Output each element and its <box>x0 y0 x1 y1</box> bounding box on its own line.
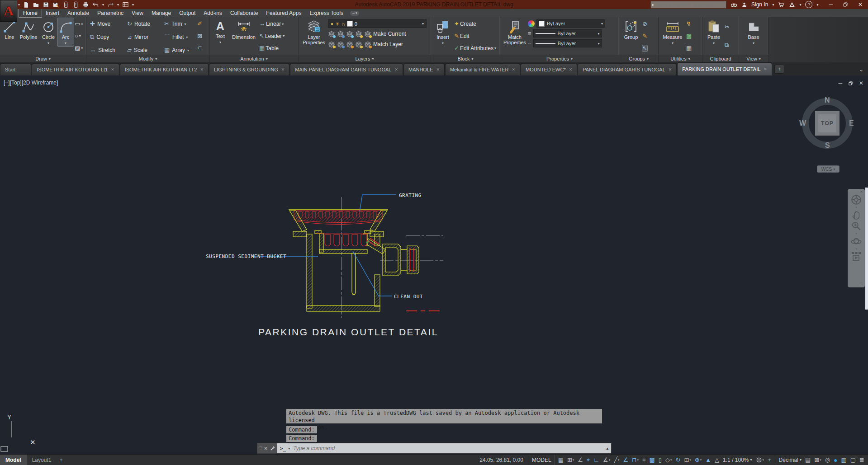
layer-unlock-all-icon[interactable] <box>355 41 362 48</box>
layer-isolate-icon[interactable] <box>328 31 335 38</box>
close-tab-icon[interactable]: ✕ <box>281 67 285 72</box>
recent-commands-caret-icon[interactable]: ▾ <box>288 446 290 451</box>
new-drawing-button[interactable]: + <box>774 65 784 74</box>
help-icon[interactable]: ? <box>805 1 812 8</box>
save-icon[interactable] <box>43 1 49 8</box>
mirror-tool[interactable]: ⊿Mirror <box>125 33 162 42</box>
ellipse-tool[interactable]: ○▾ <box>75 33 83 39</box>
group-edit-tool[interactable]: ✎ <box>642 33 647 39</box>
viewcube-west[interactable]: W <box>799 119 806 127</box>
copy-clip-tool[interactable]: ⧉ <box>725 42 730 48</box>
panel-label-draw[interactable]: Draw▾ <box>0 55 86 62</box>
paste-tool[interactable]: Paste▾ <box>704 18 724 46</box>
redo-icon[interactable] <box>107 1 114 8</box>
tab-output[interactable]: Output <box>175 9 199 17</box>
scale-tool[interactable]: ▱Scale <box>125 46 162 55</box>
osnap-3d-toggle[interactable]: ◇▾ <box>665 456 672 463</box>
layer-thaw-all-icon[interactable] <box>337 41 344 48</box>
sign-in-caret-icon[interactable]: ▾ <box>772 3 774 7</box>
ortho-toggle[interactable]: ∟ <box>593 456 599 463</box>
close-tab-icon[interactable]: ✕ <box>669 67 672 72</box>
file-tab[interactable]: ISOMETRIK AIR KOTORAN LT2✕ <box>120 63 209 75</box>
app-store-cart-icon[interactable] <box>778 1 785 8</box>
quick-properties-toggle[interactable]: ▤ <box>805 456 811 463</box>
help-search-box[interactable]: ▸ <box>650 1 726 9</box>
file-tab[interactable]: MOUNTED EWC*✕ <box>521 63 577 75</box>
panel-label-annotation[interactable]: Annotation▾ <box>210 55 298 62</box>
tab-parametric[interactable]: Parametric <box>93 9 128 17</box>
hardware-accel-toggle[interactable]: ▥ <box>841 456 847 463</box>
tab-overflow-chevron-icon[interactable]: ⌄ <box>859 66 863 73</box>
close-tab-icon[interactable]: ✕ <box>764 67 767 71</box>
stretch-tool[interactable]: ↔Stretch <box>88 46 125 55</box>
command-bar-grip[interactable]: ⠿ ✕ <box>257 443 277 453</box>
panel-label-block[interactable]: Block▾ <box>431 55 500 62</box>
graphics-performance-toggle[interactable]: ● <box>834 456 837 464</box>
exchange-caret-icon[interactable]: ▾ <box>799 3 801 7</box>
clean-screen-toggle[interactable]: ▢ <box>850 456 856 463</box>
file-tab-active[interactable]: PARKING DRAIN OUTLET DETAIL✕ <box>677 62 772 75</box>
file-tab-start[interactable]: Start <box>0 63 31 75</box>
close-button[interactable]: ✕ <box>858 1 863 8</box>
close-tab-icon[interactable]: ✕ <box>569 67 573 72</box>
minimize-button[interactable]: ─ <box>829 1 833 8</box>
erase-tool[interactable]: ✐ <box>197 21 202 27</box>
app-menu-button[interactable]: A <box>0 0 17 22</box>
viewport-scrollbar[interactable] <box>865 188 868 310</box>
tab-express-tools[interactable]: Express Tools <box>305 9 347 17</box>
annotation-monitor-toggle[interactable]: + <box>768 456 771 463</box>
wcs-dropdown[interactable]: WCS▾ <box>817 165 840 173</box>
match-layer-button[interactable]: Match Layer <box>373 41 403 47</box>
sheet-set-icon[interactable] <box>122 1 129 8</box>
move-tool[interactable]: ✚Move <box>88 19 125 28</box>
leader-tool[interactable]: ↖Leader▾ <box>259 33 285 39</box>
pan-hand-icon[interactable] <box>851 209 862 220</box>
restore-button[interactable] <box>843 2 848 7</box>
drawing-viewport[interactable]: [−][Top][2D Wireframe] ─ ✕ N W E S TOP W… <box>0 75 868 454</box>
zoom-extents-icon[interactable] <box>850 220 862 232</box>
tab-collaborate[interactable]: Collaborate <box>226 9 262 17</box>
close-tab-icon[interactable]: ✕ <box>512 67 516 72</box>
undo-icon[interactable] <box>92 1 99 8</box>
viewport-close-icon[interactable]: ✕ <box>859 80 863 86</box>
navbar-close-icon[interactable]: ✕ <box>860 190 863 194</box>
explode-tool[interactable]: ⊠ <box>197 33 202 39</box>
search-input[interactable] <box>655 1 725 8</box>
osnap-tracking-toggle[interactable]: ∠ <box>623 456 629 463</box>
layer-color-swatch[interactable] <box>347 21 353 27</box>
quick-calculator-tool[interactable]: ▦ <box>686 45 692 52</box>
viewcube-north[interactable]: N <box>825 96 830 104</box>
panel-label-modify[interactable]: Modify▾ <box>86 55 209 62</box>
close-tab-icon[interactable]: ✕ <box>436 67 440 72</box>
viewcube-east[interactable]: E <box>849 119 854 127</box>
viewcube-south[interactable]: S <box>825 141 830 150</box>
close-tab-icon[interactable]: ✕ <box>111 67 114 72</box>
layer-unlock-icon[interactable]: ∩ <box>342 21 345 27</box>
tab-add-ins[interactable]: Add-ins <box>199 9 226 17</box>
trim-tool[interactable]: ✂Trim▾ <box>162 19 196 28</box>
navbar-minimize-icon[interactable]: ─ <box>860 282 863 287</box>
file-tab[interactable]: ISOMETRIK AIR KOTORAN Lt1✕ <box>32 63 119 75</box>
tab-home[interactable]: Home <box>19 9 42 17</box>
app-menu-caret-icon[interactable]: ▾ <box>18 3 20 7</box>
quick-select-tool[interactable]: ↯ <box>686 21 692 27</box>
group-selection-toggle[interactable]: ↖ <box>642 45 647 52</box>
linear-tool[interactable]: ↔Linear▾ <box>259 21 284 27</box>
selection-filter-toggle[interactable]: ⊡▾ <box>684 456 691 463</box>
command-close-icon[interactable]: ✕ <box>264 446 268 451</box>
panel-label-groups[interactable]: Groups▾ <box>619 55 658 62</box>
model-tab[interactable]: Model <box>0 455 27 465</box>
new-file-icon[interactable] <box>23 1 29 8</box>
customize-wrench-icon[interactable] <box>270 446 275 451</box>
panel-label-clipboard[interactable]: Clipboard <box>702 55 739 62</box>
isolate-objects-button[interactable]: ◎ <box>825 456 830 463</box>
transparency-toggle[interactable]: ▩ <box>650 456 655 463</box>
group-tool[interactable]: Group <box>621 18 641 40</box>
file-tab[interactable]: PANEL DIAGRAM GARIS TUNGGAL✕ <box>578 63 677 75</box>
undo-caret-icon[interactable]: ▾ <box>102 3 104 7</box>
layer-unisolate-icon[interactable] <box>328 41 335 48</box>
hatch-tool[interactable]: ▨▾ <box>75 45 83 52</box>
circle-tool[interactable]: Circle▾ <box>39 18 57 46</box>
panel-label-utilities[interactable]: Utilities▾ <box>659 55 702 62</box>
match-properties-tool[interactable]: Match Properties <box>502 18 528 45</box>
